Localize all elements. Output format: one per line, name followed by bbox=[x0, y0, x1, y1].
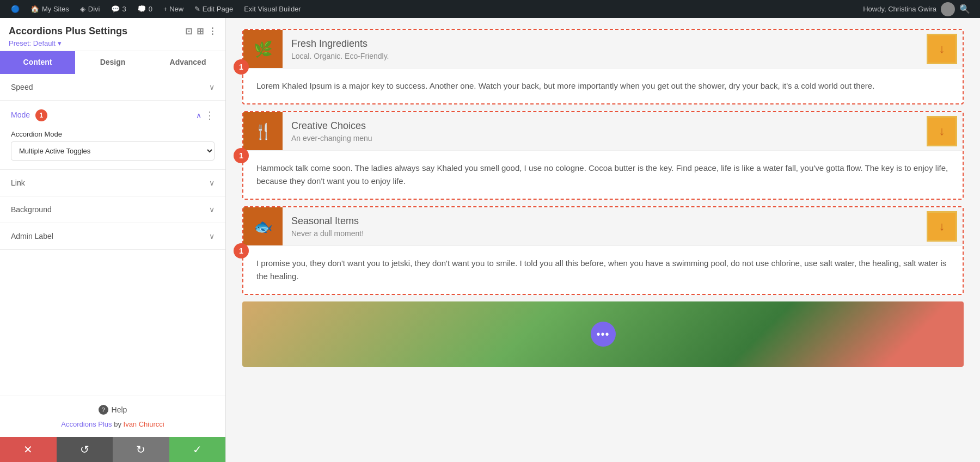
divi-item[interactable]: ◈ Divi bbox=[75, 0, 106, 18]
avatar bbox=[941, 2, 955, 16]
section-admin-label-header[interactable]: Admin Label ∨ bbox=[0, 223, 225, 249]
wp-logo[interactable]: 🔵 bbox=[5, 0, 25, 18]
mode-controls: ∧ ⋮ bbox=[196, 109, 215, 121]
help-icon: ? bbox=[99, 405, 108, 415]
section-link: Link ∨ bbox=[0, 170, 225, 196]
sidebar-sections: Speed ∨ Mode 1 ∧ ⋮ Accordion M bbox=[0, 74, 225, 396]
section-link-title: Link bbox=[11, 178, 209, 187]
accordion-item-3: 1 🐟 Seasonal Items Never a dull moment! … bbox=[242, 206, 964, 295]
author-link[interactable]: Ivan Chiurcci bbox=[124, 420, 164, 428]
plugin-link[interactable]: Accordions Plus bbox=[61, 420, 112, 428]
accordion-header-1: 🌿 Fresh Ingredients Local. Organic. Eco-… bbox=[243, 30, 963, 68]
accordion-subtitle-1: Local. Organic. Eco-Friendly. bbox=[291, 52, 918, 60]
accordion-toggle-1[interactable]: ↓ bbox=[927, 34, 957, 64]
sidebar-title-icons: ⊡ ⊞ ⋮ bbox=[185, 26, 217, 36]
section-mode-content: Accordion Mode Multiple Active Toggles S… bbox=[0, 130, 225, 169]
section-background-title: Background bbox=[11, 205, 209, 214]
accordion-toggle-2[interactable]: ↓ bbox=[927, 116, 957, 146]
section-speed-header[interactable]: Speed ∨ bbox=[0, 74, 225, 100]
dots-icon[interactable]: ⋮ bbox=[205, 109, 215, 121]
accordion-text-2: Creative Choices An ever-changing menu bbox=[283, 113, 927, 150]
accordion-text-3: Seasonal Items Never a dull moment! bbox=[283, 208, 927, 245]
section-speed: Speed ∨ bbox=[0, 74, 225, 101]
section-speed-title: Speed bbox=[11, 83, 209, 91]
sidebar-tabs: Content Design Advanced bbox=[0, 51, 225, 74]
sidebar-title-row: Accordions Plus Settings ⊡ ⊞ ⋮ bbox=[9, 26, 217, 37]
accordion-toggle-3[interactable]: ↓ bbox=[927, 211, 957, 242]
mode-badge: 1 bbox=[35, 109, 47, 121]
arrow-down-icon: ↓ bbox=[939, 219, 945, 233]
accordion-item-2: 1 🍴 Creative Choices An ever-changing me… bbox=[242, 111, 964, 200]
fish-icon: 🐟 bbox=[254, 218, 273, 236]
accordion-subtitle-2: An ever-changing menu bbox=[291, 134, 918, 143]
sidebar-title-text: Accordions Plus Settings bbox=[9, 26, 127, 37]
arrow-down-icon: ↓ bbox=[939, 42, 945, 56]
user-label: Howdy, Christina Gwira bbox=[863, 5, 936, 13]
section-link-header[interactable]: Link ∨ bbox=[0, 170, 225, 196]
accordion-badge-3: 1 bbox=[234, 243, 249, 258]
accordion-body-1: Lorem Khaled Ipsum is a major key to suc… bbox=[243, 68, 963, 103]
action-bar: ✕ ↺ ↻ ✓ bbox=[0, 437, 225, 462]
bubble-icon: 💭 bbox=[137, 5, 146, 13]
section-background-header[interactable]: Background ∨ bbox=[0, 196, 225, 223]
content-area: 1 🌿 Fresh Ingredients Local. Organic. Ec… bbox=[226, 18, 980, 462]
preset-selector[interactable]: Preset: Default ▾ bbox=[9, 39, 217, 47]
floating-action-button[interactable]: ••• bbox=[591, 322, 616, 347]
footer-link: Accordions Plus by Ivan Chiurcci bbox=[9, 420, 217, 428]
accordion-mode-select[interactable]: Multiple Active Toggles Single Active To… bbox=[11, 141, 215, 161]
edit-page-item[interactable]: ✎ Edit Page bbox=[189, 0, 238, 18]
undo-button[interactable]: ↺ bbox=[57, 437, 113, 462]
main-layout: Accordions Plus Settings ⊡ ⊞ ⋮ Preset: D… bbox=[0, 18, 980, 462]
accordion-title-1: Fresh Ingredients bbox=[291, 38, 918, 50]
bottom-image-section: ••• bbox=[242, 301, 964, 367]
section-mode-title: Mode 1 bbox=[11, 109, 196, 121]
redo-button[interactable]: ↻ bbox=[113, 437, 169, 462]
fork-icon: 🍴 bbox=[254, 122, 273, 140]
exit-visual-builder[interactable]: Exit Visual Builder bbox=[238, 0, 307, 18]
my-sites-item[interactable]: 🏠 My Sites bbox=[25, 0, 75, 18]
accordion-text-1: Fresh Ingredients Local. Organic. Eco-Fr… bbox=[283, 30, 927, 68]
grid-icon[interactable]: ⊞ bbox=[197, 26, 204, 36]
search-icon[interactable]: 🔍 bbox=[959, 4, 970, 14]
new-item[interactable]: + New bbox=[158, 0, 189, 18]
minimize-icon[interactable]: ⊡ bbox=[185, 26, 192, 36]
chevron-up-icon: ∧ bbox=[196, 111, 201, 120]
accordion-icon-box-3: 🐟 bbox=[243, 207, 283, 245]
tab-content[interactable]: Content bbox=[0, 51, 75, 74]
admin-bar: 🔵 🏠 My Sites ◈ Divi 💬 3 💭 0 + New ✎ Edit… bbox=[0, 0, 980, 18]
section-mode: Mode 1 ∧ ⋮ Accordion Mode Multiple Activ… bbox=[0, 101, 225, 170]
leaf-icon: 🌿 bbox=[254, 40, 273, 58]
chevron-down-icon: ∨ bbox=[209, 205, 215, 214]
arrow-down-icon: ↓ bbox=[939, 124, 945, 138]
home-icon: 🏠 bbox=[30, 5, 39, 13]
sidebar-footer: ? Help Accordions Plus by Ivan Chiurcci bbox=[0, 396, 225, 437]
more-icon[interactable]: ⋮ bbox=[208, 26, 217, 36]
accordion-header-3: 🐟 Seasonal Items Never a dull moment! ↓ bbox=[243, 207, 963, 245]
accordion-badge-2: 1 bbox=[234, 148, 249, 163]
comment-icon: 💬 bbox=[111, 5, 120, 13]
section-mode-header[interactable]: Mode 1 ∧ ⋮ bbox=[0, 101, 225, 130]
divi-icon: ◈ bbox=[80, 5, 85, 13]
help-label: Help bbox=[112, 405, 127, 414]
wp-icon: 🔵 bbox=[11, 5, 20, 13]
accordion-body-2: Hammock talk come soon. The ladies alway… bbox=[243, 150, 963, 199]
section-admin-label-title: Admin Label bbox=[11, 232, 209, 241]
accordion-title-3: Seasonal Items bbox=[291, 215, 918, 227]
help-button[interactable]: ? Help bbox=[9, 405, 217, 415]
sidebar-header: Accordions Plus Settings ⊡ ⊞ ⋮ Preset: D… bbox=[0, 18, 225, 51]
tab-design[interactable]: Design bbox=[75, 51, 150, 74]
accordion-subtitle-3: Never a dull moment! bbox=[291, 229, 918, 238]
accordion-icon-box-2: 🍴 bbox=[243, 112, 283, 150]
accordion-title-2: Creative Choices bbox=[291, 120, 918, 132]
new-comment-item[interactable]: 💭 0 bbox=[132, 0, 158, 18]
chevron-down-icon: ∨ bbox=[209, 232, 215, 241]
comments-item[interactable]: 💬 3 bbox=[106, 0, 132, 18]
section-admin-label: Admin Label ∨ bbox=[0, 223, 225, 250]
accordion-body-3: I promise you, they don't want you to je… bbox=[243, 245, 963, 294]
accordion-item-1: 1 🌿 Fresh Ingredients Local. Organic. Ec… bbox=[242, 29, 964, 104]
sidebar: Accordions Plus Settings ⊡ ⊞ ⋮ Preset: D… bbox=[0, 18, 226, 462]
cancel-button[interactable]: ✕ bbox=[0, 437, 57, 462]
tab-advanced[interactable]: Advanced bbox=[150, 51, 225, 74]
chevron-down-icon: ∨ bbox=[209, 178, 215, 187]
save-button[interactable]: ✓ bbox=[169, 437, 226, 462]
